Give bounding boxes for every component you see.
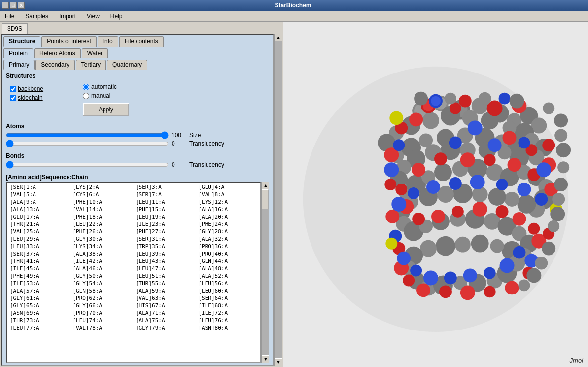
- list-item[interactable]: [ILE]68:A: [197, 302, 260, 309]
- list-item[interactable]: [ALA]46:A: [71, 265, 134, 272]
- bonds-translucency-slider[interactable]: [6, 161, 169, 168]
- list-item[interactable]: [PHE]49:A: [8, 272, 71, 280]
- list-item[interactable]: [THR]73:A: [8, 317, 71, 324]
- list-item[interactable]: [VAL]5:A: [8, 191, 71, 198]
- list-item[interactable]: [GLY]30:A: [71, 235, 134, 243]
- list-item[interactable]: [PHE]15:A: [134, 206, 197, 213]
- menu-view[interactable]: View: [84, 12, 103, 21]
- sequence-list[interactable]: [SER]1:A[LYS]2:A[SER]3:A[GLU]4:A[VAL]5:A…: [6, 182, 261, 363]
- list-item[interactable]: [LEU]22:A: [71, 220, 134, 228]
- list-item[interactable]: [SER]31:A: [134, 235, 197, 243]
- list-item[interactable]: [GLU]4:A: [197, 184, 260, 191]
- list-item[interactable]: [PRO]40:A: [197, 250, 260, 257]
- list-item[interactable]: [LEU]47:A: [134, 265, 197, 272]
- list-item[interactable]: [LEU]51:A: [134, 272, 197, 280]
- list-item[interactable]: [LEU]29:A: [8, 235, 71, 243]
- protein-tab-primary[interactable]: Primary: [3, 60, 35, 70]
- apply-button[interactable]: Apply: [83, 103, 129, 116]
- window-controls[interactable]: _ □ X: [2, 2, 25, 9]
- list-item[interactable]: [THR]41:A: [8, 257, 71, 265]
- list-item[interactable]: [ALA]75:A: [134, 317, 197, 324]
- list-item[interactable]: [GLY]66:A: [71, 302, 134, 309]
- list-item[interactable]: [ALA]16:A: [197, 206, 260, 213]
- scrollbar-thumb-v[interactable]: [262, 189, 269, 209]
- radio-automatic-label[interactable]: automatic: [83, 83, 117, 90]
- list-item[interactable]: [SER]1:A: [8, 184, 71, 191]
- sidechain-checkbox[interactable]: [10, 95, 16, 101]
- list-item[interactable]: [LYS]2:A: [71, 184, 134, 191]
- list-item[interactable]: [SER]64:A: [197, 294, 260, 302]
- scrollbar-up-btn[interactable]: ▲: [262, 182, 269, 189]
- list-item[interactable]: [PHE]27:A: [134, 228, 197, 235]
- sub-tab-water[interactable]: Water: [82, 48, 108, 58]
- list-item[interactable]: [ALA]9:A: [8, 198, 71, 206]
- list-item[interactable]: [PHE]10:A: [71, 198, 134, 206]
- list-item[interactable]: [TRP]35:A: [134, 243, 197, 250]
- list-item[interactable]: [GLY]28:A: [197, 228, 260, 235]
- list-item[interactable]: [LEU]76:A: [197, 317, 260, 324]
- sub-tab-hetero-atoms[interactable]: Hetero Atoms: [34, 48, 81, 58]
- list-item[interactable]: [VAL]25:A: [8, 228, 71, 235]
- list-item[interactable]: [PHE]26:A: [71, 228, 134, 235]
- list-item[interactable]: [PHE]24:A: [197, 220, 260, 228]
- list-item[interactable]: [ALA]48:A: [197, 265, 260, 272]
- list-item[interactable]: [LEU]77:A: [8, 324, 71, 331]
- list-item[interactable]: [LYS]12:A: [197, 198, 260, 206]
- list-item[interactable]: [ASN]69:A: [8, 309, 71, 317]
- list-item[interactable]: [ALA]59:A: [134, 287, 197, 294]
- list-item[interactable]: [VAL]8:A: [197, 191, 260, 198]
- tab-points-of-interest[interactable]: Points of interest: [41, 36, 96, 47]
- restore-button[interactable]: □: [10, 2, 17, 9]
- tab-info[interactable]: Info: [98, 36, 118, 47]
- menu-help[interactable]: Help: [107, 12, 126, 21]
- sidechain-checkbox-label[interactable]: sidechain: [10, 94, 43, 101]
- list-item[interactable]: [ALA]20:A: [197, 213, 260, 220]
- list-item[interactable]: [LEU]60:A: [197, 287, 260, 294]
- menu-import[interactable]: Import: [56, 12, 79, 21]
- list-item[interactable]: [ALA]32:A: [197, 235, 260, 243]
- radio-automatic[interactable]: [83, 84, 89, 90]
- tab-structure[interactable]: Structure: [3, 36, 40, 47]
- menu-samples[interactable]: Samples: [22, 12, 51, 21]
- sub-tab-protein[interactable]: Protein: [3, 48, 33, 58]
- list-item[interactable]: [VAL]78:A: [71, 324, 134, 331]
- list-item[interactable]: [LYS]34:A: [71, 243, 134, 250]
- list-item[interactable]: [VAL]14:A: [71, 206, 134, 213]
- list-item[interactable]: [GLY]54:A: [71, 280, 134, 287]
- list-item[interactable]: [LEU]74:A: [71, 317, 134, 324]
- list-item[interactable]: [PRO]70:A: [71, 309, 134, 317]
- maximize-button[interactable]: X: [18, 2, 25, 9]
- list-item[interactable]: [VAL]63:A: [134, 294, 197, 302]
- list-item[interactable]: [HIS]67:A: [134, 302, 197, 309]
- tab-file-contents[interactable]: File contents: [119, 36, 164, 47]
- list-item[interactable]: [PRO]36:A: [197, 243, 260, 250]
- backbone-checkbox-label[interactable]: backbone: [10, 85, 43, 92]
- list-item[interactable]: [GLU]17:A: [8, 213, 71, 220]
- atoms-translucency-slider[interactable]: [6, 140, 169, 147]
- backbone-checkbox[interactable]: [10, 86, 16, 92]
- list-item[interactable]: [ALA]13:A: [8, 206, 71, 213]
- list-item[interactable]: [ILE]45:A: [8, 265, 71, 272]
- menu-file[interactable]: File: [2, 12, 17, 21]
- list-item[interactable]: [ASN]80:A: [197, 324, 260, 331]
- list-item[interactable]: [GLN]44:A: [197, 257, 260, 265]
- list-item[interactable]: [PRO]62:A: [71, 294, 134, 302]
- list-item[interactable]: [THR]21:A: [8, 220, 71, 228]
- list-item[interactable]: [GLY]61:A: [8, 294, 71, 302]
- main-scrollbar-up[interactable]: ▲: [275, 34, 282, 41]
- protein-tab-secondary[interactable]: Secondary: [35, 60, 74, 70]
- seq-scrollbar[interactable]: ▲ ▼: [261, 182, 269, 363]
- list-item[interactable]: [GLN]58:A: [71, 287, 134, 294]
- minimize-button[interactable]: _: [2, 2, 9, 9]
- list-item[interactable]: [PHE]18:A: [71, 213, 134, 220]
- list-item[interactable]: [ALA]57:A: [8, 287, 71, 294]
- list-item[interactable]: [ILE]72:A: [197, 309, 260, 317]
- list-item[interactable]: [LEU]43:A: [134, 257, 197, 265]
- list-item[interactable]: [LEU]19:A: [134, 213, 197, 220]
- list-item[interactable]: [SER]7:A: [134, 191, 197, 198]
- list-item[interactable]: [LEU]56:A: [197, 280, 260, 287]
- list-item[interactable]: [ALA]52:A: [197, 272, 260, 280]
- list-item[interactable]: [ILE]53:A: [8, 280, 71, 287]
- list-item[interactable]: [LEU]11:A: [134, 198, 197, 206]
- protein-tab-tertiary[interactable]: Tertiary: [76, 60, 106, 70]
